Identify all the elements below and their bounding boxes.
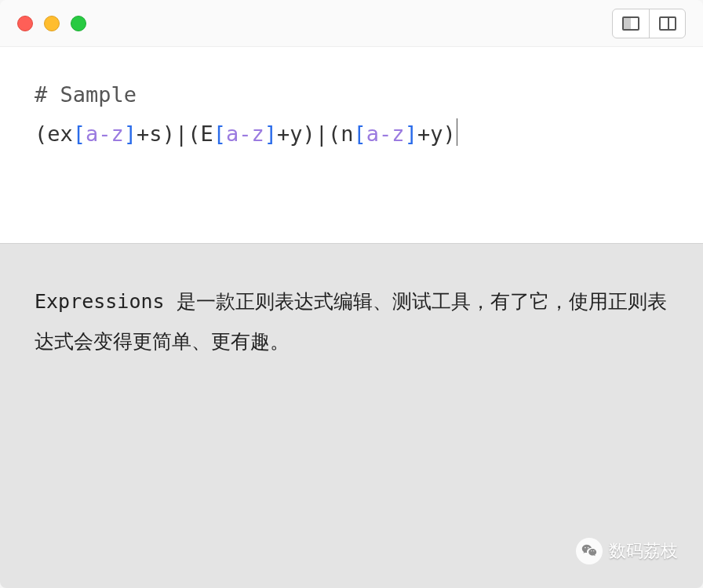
- minimize-button[interactable]: [44, 16, 60, 31]
- sidebar-left-icon: [622, 16, 639, 31]
- titlebar: [0, 0, 703, 47]
- app-window: # Sample (ex[a-z]+s)|(E[a-z]+y)|(n[a-z]+…: [0, 0, 703, 588]
- layout-left-sidebar-button[interactable]: [613, 9, 649, 38]
- traffic-lights: [17, 16, 86, 31]
- editor-pattern-line: (ex[a-z]+s)|(E[a-z]+y)|(n[a-z]+y): [35, 114, 668, 154]
- test-text-area[interactable]: Expressions 是一款正则表达式编辑、测试工具，有了它，使用正则表达式会…: [0, 243, 703, 588]
- editor-comment-line: # Sample: [35, 75, 668, 114]
- layout-toggle-group: [612, 9, 686, 38]
- test-text: Expressions 是一款正则表达式编辑、测试工具，有了它，使用正则表达式会…: [35, 290, 667, 353]
- close-button[interactable]: [17, 16, 33, 31]
- regex-editor[interactable]: # Sample (ex[a-z]+s)|(E[a-z]+y)|(n[a-z]+…: [0, 47, 703, 243]
- wechat-icon: [576, 538, 603, 564]
- layout-right-sidebar-button[interactable]: [649, 9, 685, 38]
- watermark-label: 数码荔枝: [609, 539, 678, 563]
- watermark: 数码荔枝: [576, 538, 678, 564]
- maximize-button[interactable]: [71, 16, 86, 31]
- sidebar-right-icon: [659, 16, 676, 31]
